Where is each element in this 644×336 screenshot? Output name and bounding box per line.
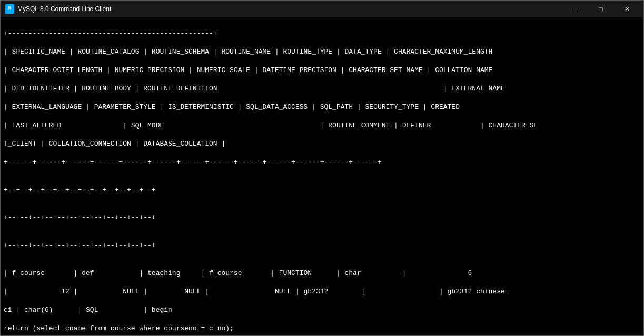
terminal-line: | 12 | NULL | NULL | NULL | gb2312 | | g… [4,287,640,297]
terminal-line: | SPECIFIC_NAME | ROUTINE_CATALOG | ROUT… [4,47,640,57]
title-bar: M MySQL 8.0 Command Line Client — □ ✕ [1,1,643,17]
main-window: M MySQL 8.0 Command Line Client — □ ✕ +-… [0,0,644,336]
terminal-line: +---------------------------------------… [4,29,640,38]
terminal-line: | EXTERNAL_LANGUAGE | PARAMETER_STYLE | … [4,103,640,112]
minimize-button[interactable]: — [562,1,587,17]
terminal-line: T_CLIENT | COLLATION_CONNECTION | DATABA… [4,139,640,149]
terminal-line: | CHARACTER_OCTET_LENGTH | NUMERIC_PRECI… [4,66,640,75]
window-title: MySQL 8.0 Command Line Client [17,5,562,13]
terminal-line: ci | char(6) | SQL | begin [4,306,640,315]
maximize-button[interactable]: □ [589,1,613,17]
terminal-line: return (select cname from course where c… [4,324,640,333]
window-controls: — □ ✕ [562,1,639,17]
close-button[interactable]: ✕ [615,1,639,17]
terminal-line: +------+------+------+------+------+----… [4,158,640,167]
terminal-line: +--+--+--+--+--+--+--+--+--+--+--+--+ [4,213,640,222]
app-icon: M [5,4,14,14]
terminal-line: | DTD_IDENTIFIER | ROUTINE_BODY | ROUTIN… [4,84,640,94]
terminal-line: +--+--+--+--+--+--+--+--+--+--+--+--+ [4,241,640,250]
terminal-line: | f_course | def | teaching | f_course |… [4,269,640,278]
terminal-output[interactable]: +---------------------------------------… [1,17,643,335]
terminal-line: | LAST_ALTERED | SQL_MODE | ROUTINE_COMM… [4,121,640,130]
terminal-line: +--+--+--+--+--+--+--+--+--+--+--+--+ [4,186,640,195]
